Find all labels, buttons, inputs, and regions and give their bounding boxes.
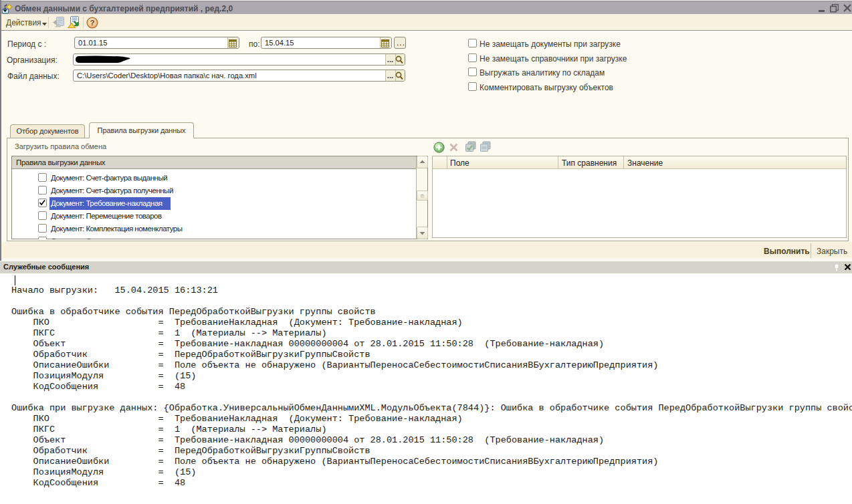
svg-text:?: ?	[90, 19, 94, 27]
